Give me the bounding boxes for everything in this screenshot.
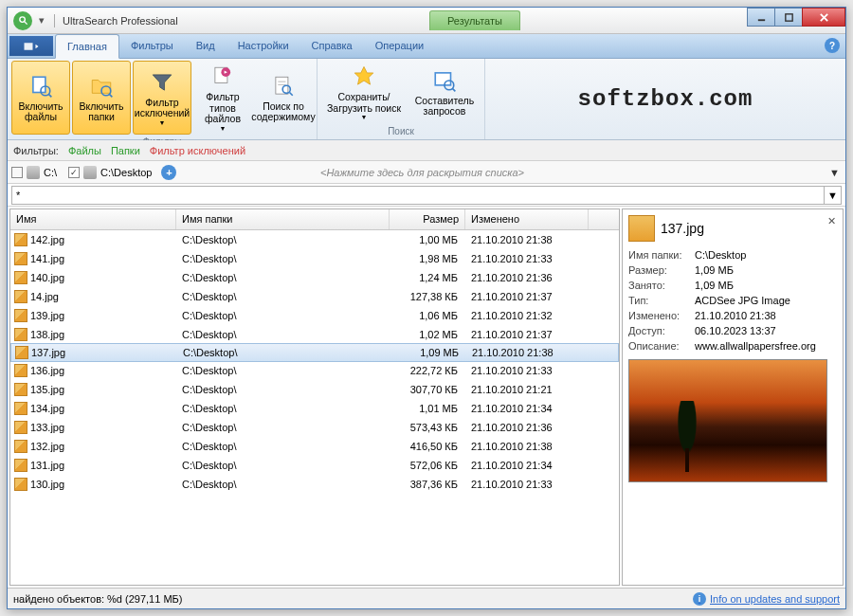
menu-bar: ГлавнаяФильтрыВидНастройкиСправкаОпераци… [8, 34, 845, 59]
table-row[interactable]: 133.jpgC:\Desktop\573,43 КБ21.10.2010 21… [10, 418, 619, 437]
file-icon [14, 421, 27, 434]
add-path-button[interactable]: + [161, 165, 176, 180]
svg-rect-19 [435, 73, 450, 85]
save-load-search-button[interactable]: Сохранить/ Загрузить поиск▼ [321, 61, 407, 124]
path-dropdown-icon[interactable]: ▼ [829, 167, 840, 178]
table-row[interactable]: 140.jpgC:\Desktop\1,24 МБ21.10.2010 21:3… [10, 268, 619, 287]
ribbon: Включить файлы Включить папки Фильтр иск… [8, 59, 845, 140]
drive2-label: C:\Desktop [100, 167, 152, 178]
preview-folder: C:\Desktop [695, 249, 837, 261]
filetype-filter-button[interactable]: Фильтр типов файлов▼ [193, 61, 252, 135]
col-modified[interactable]: Изменено [465, 209, 589, 229]
file-icon [14, 290, 27, 303]
table-row[interactable]: 130.jpgC:\Desktop\387,36 КБ21.10.2010 21… [10, 475, 619, 494]
file-icon [14, 233, 27, 246]
preview-type: ACDSee JPG Image [695, 295, 837, 306]
drive2-checkbox[interactable] [68, 167, 80, 178]
menu-tab-5[interactable]: Операции [364, 34, 435, 58]
col-name[interactable]: Имя [10, 209, 176, 229]
window-title: UltraSearch Professional [63, 15, 178, 27]
file-icon [14, 364, 27, 377]
table-row[interactable]: 131.jpgC:\Desktop\572,06 КБ21.10.2010 21… [10, 456, 619, 475]
content-search-button[interactable]: Поиск по содержимому [254, 61, 313, 135]
svg-line-18 [290, 92, 293, 95]
status-bar: найдено объектов: %d (297,11 МБ) iInfo o… [8, 588, 845, 608]
table-row[interactable]: 135.jpgC:\Desktop\307,70 КБ21.10.2010 21… [10, 380, 619, 399]
preview-thumb-icon [628, 215, 655, 242]
ribbon-group-search-label: Поиск [321, 124, 481, 138]
info-link[interactable]: iInfo on updates and support [693, 592, 840, 606]
file-icon [15, 346, 28, 359]
path-bar: C:\ C:\Desktop + <Нажмите здесь для раск… [8, 161, 845, 184]
file-icon [14, 383, 27, 396]
file-icon [14, 309, 27, 322]
path-hint[interactable]: <Нажмите здесь для раскрытия списка> [320, 167, 524, 178]
list-header: Имя Имя папки Размер Изменено [10, 209, 619, 230]
table-row[interactable]: 141.jpgC:\Desktop\1,98 МБ21.10.2010 21:3… [10, 249, 619, 268]
qat-dropdown-icon[interactable]: ▾ [39, 14, 48, 27]
svg-line-11 [109, 94, 112, 97]
exclude-filter-button[interactable]: Фильтр исключений▼ [133, 61, 191, 135]
table-row[interactable]: 14.jpgC:\Desktop\127,38 КБ21.10.2010 21:… [10, 287, 619, 306]
file-icon [14, 328, 27, 341]
maximize-button[interactable] [774, 8, 803, 27]
table-row[interactable]: 138.jpgC:\Desktop\1,02 МБ21.10.2010 21:3… [10, 325, 619, 344]
preview-close-button[interactable]: ✕ [824, 213, 839, 228]
filter-exclude-link[interactable]: Фильтр исключений [150, 145, 245, 156]
drive1-checkbox[interactable] [11, 167, 23, 178]
preview-modified: 21.10.2010 21:38 [695, 310, 837, 321]
menu-tab-2[interactable]: Вид [185, 34, 227, 58]
query-builder-button[interactable]: Составитель запросов [408, 61, 481, 124]
svg-rect-7 [33, 77, 45, 92]
table-row[interactable]: 142.jpgC:\Desktop\1,00 МБ21.10.2010 21:3… [10, 230, 619, 249]
drive1-label: C:\ [44, 167, 57, 178]
search-input[interactable] [11, 186, 825, 205]
info-icon: i [693, 592, 706, 606]
filter-files-link[interactable]: Файлы [68, 145, 101, 156]
svg-rect-6 [25, 43, 33, 50]
table-row[interactable]: 136.jpgC:\Desktop\222,72 КБ21.10.2010 21… [10, 361, 619, 380]
help-icon[interactable]: ? [825, 38, 840, 53]
menu-tab-4[interactable]: Справка [300, 34, 364, 58]
results-list: Имя Имя папки Размер Изменено 142.jpgC:\… [9, 208, 620, 586]
file-icon [14, 402, 27, 415]
table-row[interactable]: 134.jpgC:\Desktop\1,01 МБ21.10.2010 21:3… [10, 399, 619, 418]
file-icon [14, 440, 27, 453]
title-bar: ▾ UltraSearch Professional Результаты [8, 8, 845, 34]
svg-rect-3 [785, 13, 791, 20]
preview-size: 1,09 МБ [695, 264, 837, 276]
menu-tab-1[interactable]: Фильтры [119, 34, 185, 58]
table-row[interactable]: 137.jpgC:\Desktop\1,09 МБ21.10.2010 21:3… [10, 343, 619, 362]
filter-folders-link[interactable]: Папки [111, 145, 140, 156]
app-window: ▾ UltraSearch Professional Результаты Гл… [7, 7, 846, 609]
svg-point-0 [19, 17, 25, 23]
file-menu-button[interactable] [9, 36, 53, 56]
col-size[interactable]: Размер [390, 209, 465, 229]
close-button[interactable] [802, 8, 845, 27]
filter-bar: Фильтры: Файлы Папки Фильтр исключений [8, 140, 845, 161]
search-bar: ▼ [8, 184, 845, 207]
file-icon [14, 459, 27, 472]
col-folder[interactable]: Имя папки [176, 209, 390, 229]
svg-line-9 [48, 94, 51, 97]
include-folders-button[interactable]: Включить папки [72, 61, 131, 135]
menu-tab-3[interactable]: Настройки [227, 34, 300, 58]
svg-line-1 [24, 22, 27, 25]
minimize-button[interactable] [747, 8, 775, 27]
file-icon [14, 478, 27, 491]
svg-line-21 [452, 88, 455, 91]
drive-icon [27, 166, 40, 179]
results-context-tab[interactable]: Результаты [429, 10, 520, 30]
quick-search-icon[interactable] [13, 11, 32, 30]
table-row[interactable]: 139.jpgC:\Desktop\1,06 МБ21.10.2010 21:3… [10, 306, 619, 325]
menu-tab-0[interactable]: Главная [55, 34, 119, 59]
status-found: найдено объектов: %d (297,11 МБ) [13, 593, 182, 605]
table-row[interactable]: 132.jpgC:\Desktop\416,50 КБ21.10.2010 21… [10, 437, 619, 456]
preview-disk: 1,09 МБ [695, 280, 837, 291]
preview-access: 06.10.2023 13:37 [695, 325, 837, 336]
preview-image [628, 359, 827, 482]
file-icon [14, 252, 27, 265]
include-files-button[interactable]: Включить файлы [11, 61, 70, 135]
search-dropdown-button[interactable]: ▼ [825, 186, 842, 205]
preview-filename: 137.jpg [661, 221, 704, 236]
